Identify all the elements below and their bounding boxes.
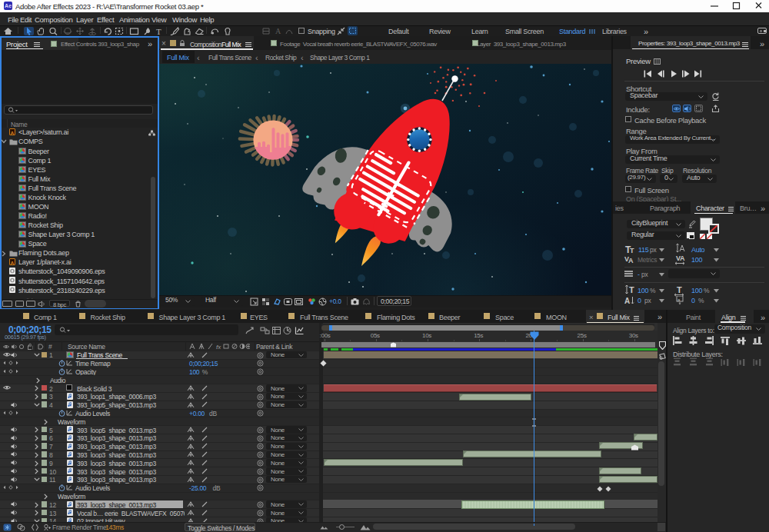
svg-text:A: A [275, 27, 281, 35]
svg-text:fx: fx [216, 344, 221, 350]
svg-text:T: T [156, 27, 161, 35]
